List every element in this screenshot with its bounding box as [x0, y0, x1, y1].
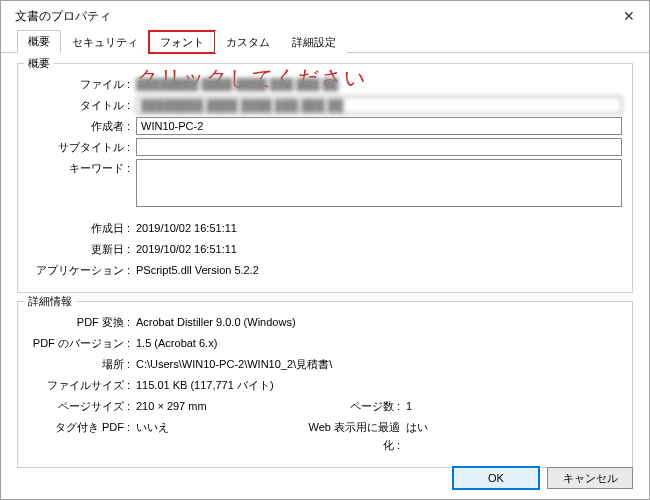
pdf-version-value: 1.5 (Acrobat 6.x) — [136, 334, 622, 352]
close-icon[interactable]: ✕ — [617, 6, 641, 26]
summary-group-title: 概要 — [24, 56, 54, 71]
page-count-value: 1 — [406, 397, 622, 415]
tab-fonts[interactable]: フォント — [149, 31, 215, 53]
application-value: PScript5.dll Version 5.2.2 — [136, 261, 622, 279]
tab-summary[interactable]: 概要 — [17, 30, 61, 53]
dialog-buttons: OK キャンセル — [453, 467, 633, 489]
pdf-producer-label: PDF 変換 : — [28, 313, 136, 331]
keywords-label: キーワード : — [28, 159, 136, 177]
fast-web-label: Web 表示用に最適化 : — [306, 418, 406, 454]
summary-group: 概要 ファイル : ████████ ████ ████ ███ ███ ██ … — [17, 63, 633, 293]
tab-security[interactable]: セキュリティ — [61, 31, 149, 53]
author-label: 作成者 : — [28, 117, 136, 135]
location-label: 場所 : — [28, 355, 136, 373]
document-properties-dialog: 文書のプロパティ ✕ 概要 セキュリティ フォント カスタム 詳細設定 クリック… — [0, 0, 650, 500]
page-size-value: 210 × 297 mm — [136, 397, 306, 415]
subtitle-label: サブタイトル : — [28, 138, 136, 156]
title-input[interactable]: ████████ ████ ████ ███ ███ ██ — [136, 96, 622, 114]
page-size-label: ページサイズ : — [28, 397, 136, 415]
created-value: 2019/10/02 16:51:11 — [136, 219, 622, 237]
keywords-input[interactable] — [136, 159, 622, 207]
pdf-version-label: PDF のバージョン : — [28, 334, 136, 352]
file-value: ████████ ████ ████ ███ ███ ██ — [136, 75, 622, 93]
page-count-label: ページ数 : — [306, 397, 406, 415]
file-label: ファイル : — [28, 75, 136, 93]
location-value: C:\Users\WIN10-PC-2\WIN10_2\見積書\ — [136, 355, 622, 373]
tab-custom[interactable]: カスタム — [215, 31, 281, 53]
ok-button[interactable]: OK — [453, 467, 539, 489]
cancel-button[interactable]: キャンセル — [547, 467, 633, 489]
created-label: 作成日 : — [28, 219, 136, 237]
window-title: 文書のプロパティ — [15, 8, 111, 25]
content-area: 概要 ファイル : ████████ ████ ████ ███ ███ ██ … — [1, 53, 649, 468]
title-label: タイトル : — [28, 96, 136, 114]
details-group: 詳細情報 PDF 変換 : Acrobat Distiller 9.0.0 (W… — [17, 301, 633, 468]
author-input[interactable]: WIN10-PC-2 — [136, 117, 622, 135]
tagged-pdf-value: いいえ — [136, 418, 306, 436]
tab-advanced[interactable]: 詳細設定 — [281, 31, 347, 53]
tagged-pdf-label: タグ付き PDF : — [28, 418, 136, 436]
file-size-label: ファイルサイズ : — [28, 376, 136, 394]
application-label: アプリケーション : — [28, 261, 136, 279]
tab-strip: 概要 セキュリティ フォント カスタム 詳細設定 — [1, 31, 649, 53]
modified-value: 2019/10/02 16:51:11 — [136, 240, 622, 258]
details-group-title: 詳細情報 — [24, 294, 76, 309]
fast-web-value: はい — [406, 418, 622, 436]
file-size-value: 115.01 KB (117,771 バイト) — [136, 376, 622, 394]
modified-label: 更新日 : — [28, 240, 136, 258]
titlebar: 文書のプロパティ ✕ — [1, 1, 649, 31]
pdf-producer-value: Acrobat Distiller 9.0.0 (Windows) — [136, 313, 622, 331]
subtitle-input[interactable] — [136, 138, 622, 156]
